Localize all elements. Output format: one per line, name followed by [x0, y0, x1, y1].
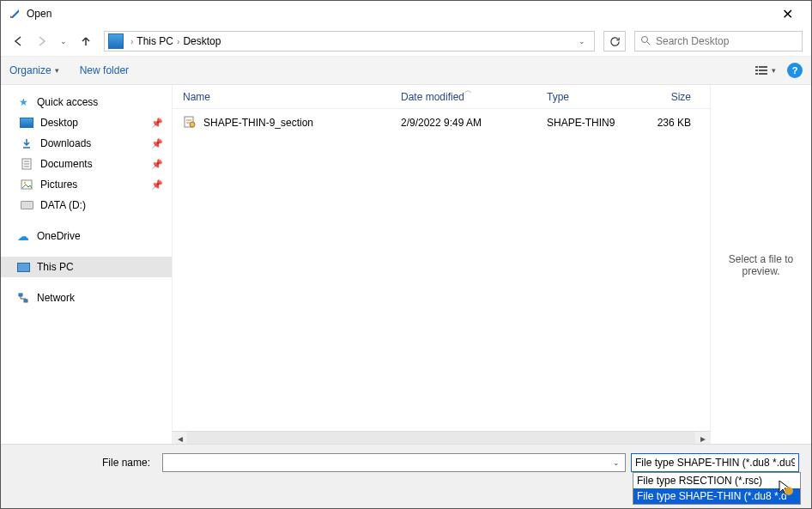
monitor-icon: [16, 260, 30, 274]
filetype-select[interactable]: File type SHAPE-THIN (*.du8 *.du9): [631, 453, 799, 472]
filename-label: File name:: [11, 457, 157, 469]
breadcrumb-separator-icon: ›: [177, 37, 179, 46]
network-icon: [16, 291, 30, 305]
pin-icon: 📌: [151, 118, 163, 129]
file-row[interactable]: SHAPE-THIN-9_section 2/9/2022 9:49 AM SH…: [183, 112, 710, 133]
tree-label: Quick access: [37, 96, 98, 108]
svg-point-20: [190, 122, 195, 127]
window-title: Open: [27, 8, 770, 20]
organize-menu[interactable]: Organize ▾: [9, 64, 59, 76]
filetype-dropdown: File type RSECTION (*.rsc) File type SHA…: [633, 472, 801, 505]
drive-icon: [20, 198, 33, 212]
chevron-down-icon: ▾: [772, 66, 776, 75]
new-folder-button[interactable]: New folder: [80, 64, 129, 76]
location-icon: [108, 33, 124, 49]
star-icon: ★: [16, 95, 30, 109]
preview-empty-text: Select a file to preview.: [718, 253, 804, 277]
breadcrumb-desktop[interactable]: Desktop: [183, 35, 221, 47]
tree-pictures[interactable]: Pictures 📌: [1, 174, 172, 195]
filetype-selected-label: File type SHAPE-THIN (*.du8 *.du9): [635, 457, 795, 469]
tree-label: Network: [37, 292, 75, 304]
svg-rect-18: [24, 300, 27, 302]
desktop-icon: [20, 116, 33, 130]
svg-rect-6: [755, 70, 758, 71]
pin-icon: 📌: [151, 159, 163, 170]
file-rows: SHAPE-THIN-9_section 2/9/2022 9:49 AM SH…: [173, 109, 710, 431]
close-button[interactable]: ✕: [770, 6, 804, 22]
app-icon: [8, 7, 21, 21]
address-bar[interactable]: › This PC › Desktop ⌄: [104, 31, 595, 52]
view-icon: [754, 64, 770, 76]
search-icon: [640, 35, 651, 48]
tree-downloads[interactable]: Downloads 📌: [1, 133, 172, 154]
column-header-type[interactable]: Type: [547, 91, 629, 103]
breadcrumb-this-pc[interactable]: This PC: [136, 35, 173, 47]
tree-label: Pictures: [40, 179, 77, 191]
file-type: SHAPE-THIN9: [547, 117, 629, 129]
cloud-icon: ☁: [16, 229, 30, 243]
title-bar: Open ✕: [1, 1, 811, 27]
file-date: 2/9/2022 9:49 AM: [401, 117, 547, 129]
svg-rect-4: [755, 66, 758, 68]
picture-icon: [20, 178, 33, 191]
address-dropdown-icon[interactable]: ⌄: [573, 37, 591, 45]
breadcrumb-separator-icon: ›: [130, 37, 133, 46]
search-input[interactable]: Search Desktop: [634, 31, 803, 52]
svg-line-3: [647, 42, 650, 45]
svg-rect-9: [759, 73, 767, 75]
tree-label: Desktop: [40, 117, 78, 129]
help-button[interactable]: ?: [787, 63, 803, 78]
filename-input[interactable]: ⌄: [162, 453, 626, 472]
dialog-footer: File name: ⌄ File type SHAPE-THIN (*.du8…: [1, 444, 811, 508]
svg-rect-7: [759, 70, 767, 71]
tree-network[interactable]: Network: [1, 288, 172, 308]
preview-pane: Select a file to preview.: [710, 85, 811, 445]
organize-label: Organize: [9, 64, 52, 76]
tree-label: OneDrive: [37, 230, 81, 242]
chevron-down-icon: ▾: [55, 66, 59, 75]
document-icon: [20, 157, 33, 171]
file-list-panel: ︿ Name Date modified Type Size SHAPE-THI…: [173, 85, 710, 445]
tree-this-pc[interactable]: This PC: [1, 257, 172, 277]
chevron-down-icon[interactable]: ⌄: [608, 458, 625, 467]
svg-rect-8: [755, 73, 758, 75]
navigation-tree: ★ Quick access Desktop 📌 Downloads 📌 Doc…: [1, 85, 173, 445]
forward-button[interactable]: [32, 32, 51, 51]
tree-label: This PC: [37, 261, 74, 273]
svg-point-2: [642, 36, 648, 42]
column-header-size[interactable]: Size: [629, 91, 691, 103]
search-placeholder: Search Desktop: [656, 35, 729, 47]
filetype-option-rsection[interactable]: File type RSECTION (*.rsc): [633, 473, 800, 488]
pin-icon: 📌: [151, 138, 163, 149]
tree-label: DATA (D:): [40, 199, 86, 211]
svg-rect-17: [19, 294, 22, 296]
sort-indicator-icon: ︿: [464, 85, 472, 96]
file-name: SHAPE-THIN-9_section: [203, 117, 401, 129]
download-icon: [20, 136, 33, 150]
recent-locations-button[interactable]: ⌄: [54, 32, 73, 51]
refresh-button[interactable]: [603, 31, 626, 52]
main-area: ★ Quick access Desktop 📌 Downloads 📌 Doc…: [1, 85, 811, 445]
navigation-row: ⌄ › This PC › Desktop ⌄ Search Desktop: [1, 27, 811, 56]
back-button[interactable]: [9, 32, 28, 51]
pin-icon: 📌: [151, 179, 163, 191]
filetype-option-shapethin[interactable]: File type SHAPE-THIN (*.du8 *.d: [633, 488, 800, 504]
tree-quick-access[interactable]: ★ Quick access: [1, 92, 172, 112]
tree-data-drive[interactable]: DATA (D:): [1, 195, 172, 215]
tree-documents[interactable]: Documents 📌: [1, 154, 172, 174]
tree-label: Documents: [40, 158, 93, 170]
column-header-date[interactable]: Date modified: [401, 91, 547, 103]
column-headers: ︿ Name Date modified Type Size: [173, 85, 710, 109]
view-options-button[interactable]: ▾: [750, 62, 780, 79]
column-header-name[interactable]: Name: [183, 91, 401, 103]
tree-onedrive[interactable]: ☁ OneDrive: [1, 226, 172, 246]
command-toolbar: Organize ▾ New folder ▾ ?: [1, 56, 811, 85]
up-button[interactable]: [76, 32, 95, 51]
file-icon: [183, 115, 198, 131]
svg-rect-5: [759, 66, 767, 68]
svg-point-16: [24, 182, 26, 184]
tree-desktop[interactable]: Desktop 📌: [1, 112, 172, 133]
tree-label: Downloads: [40, 137, 91, 149]
file-size: 236 KB: [629, 117, 691, 129]
